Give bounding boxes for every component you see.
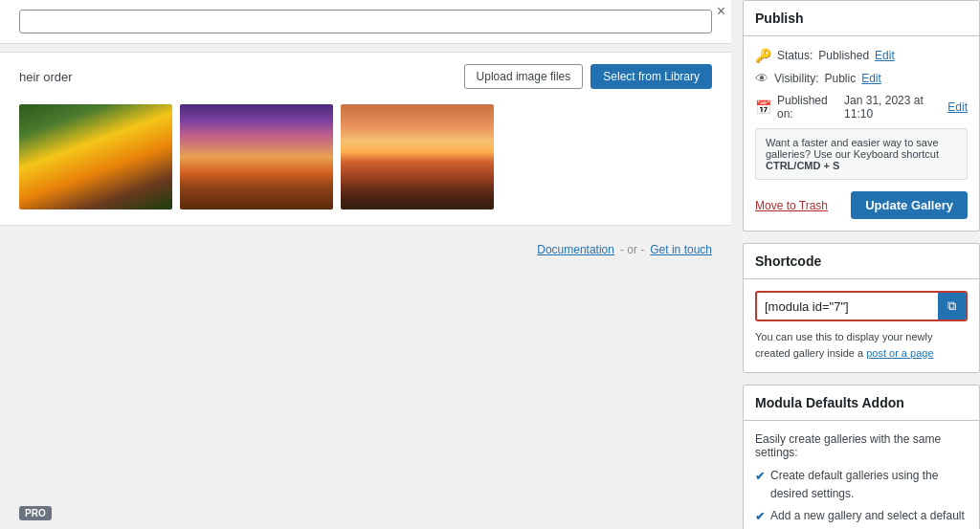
shortcode-input-row: ⧉ [755,291,968,321]
shortcode-panel-body: ⧉ You can use this to display your newly… [744,279,979,372]
check-icon-1: ✔ [755,468,765,486]
image-sunset1 [180,104,333,209]
shortcode-copy-button[interactable]: ⧉ [938,293,966,320]
image-sunset2 [341,104,494,209]
page-layout: × heir order Upload image files Select f… [0,0,980,529]
defaults-item-text-1: Create default galleries using the desir… [770,467,968,503]
image-flowers [19,104,172,209]
visibility-edit-link[interactable]: Edit [861,72,881,85]
documentation-link[interactable]: Documentation [537,243,614,256]
gallery-image-item[interactable] [180,104,333,209]
published-label: Published on: [777,94,838,121]
gallery-section: heir order Upload image files Select fro… [0,52,731,226]
footer-separator: - or - [620,243,644,256]
gallery-header: heir order Upload image files Select fro… [19,64,712,89]
gallery-image-item[interactable] [341,104,494,209]
status-value: Published [818,49,869,62]
shortcode-input[interactable] [757,294,938,320]
post-or-page-link[interactable]: post or a page [866,347,933,359]
shortcode-panel-title: Shortcode [744,244,979,279]
visibility-value: Public [824,72,856,85]
keyboard-tip: Want a faster and easier way to save gal… [755,128,968,180]
close-button[interactable]: × [717,4,725,19]
visibility-row: 👁 Visibility: Public Edit [755,71,968,86]
publish-panel: Publish 🔑 Status: Published Edit 👁 Visib… [743,0,980,231]
top-bar [0,0,731,44]
gallery-images [19,100,712,213]
status-edit-link[interactable]: Edit [875,49,895,62]
bottom-links: Documentation - or - Get in touch [0,233,731,266]
pro-badge: PRO [19,506,52,520]
defaults-item: ✔ Add a new gallery and select a default… [755,507,968,529]
published-row: 📅 Published on: Jan 31, 2023 at 11:10 Ed… [755,94,968,121]
visibility-label: Visibility: [774,72,818,85]
get-in-touch-link[interactable]: Get in touch [650,243,712,256]
upload-image-button[interactable]: Upload image files [464,64,584,89]
check-icon-2: ✔ [755,508,765,526]
publish-panel-title: Publish [744,1,979,36]
move-to-trash-button[interactable]: Move to Trash [755,199,828,212]
defaults-panel-title: Modula Defaults Addon [744,386,979,421]
defaults-intro: Easily create galleries with the same se… [755,432,968,459]
lock-icon: 🔑 [755,48,771,63]
status-label: Status: [777,49,813,62]
select-library-button[interactable]: Select from Library [590,64,712,89]
published-edit-link[interactable]: Edit [947,100,968,114]
publish-actions: Move to Trash Update Gallery [755,191,968,219]
defaults-item-text-2: Add a new gallery and select a default p… [770,507,968,529]
defaults-panel: Modula Defaults Addon Easily create gall… [743,385,980,529]
shortcode-panel: Shortcode ⧉ You can use this to display … [743,243,980,373]
status-row: 🔑 Status: Published Edit [755,48,968,63]
copy-icon: ⧉ [947,298,956,314]
sidebar: Publish 🔑 Status: Published Edit 👁 Visib… [731,0,980,529]
update-gallery-button[interactable]: Update Gallery [851,191,968,219]
gallery-buttons: Upload image files Select from Library [464,64,712,89]
publish-panel-body: 🔑 Status: Published Edit 👁 Visibility: P… [744,36,979,231]
defaults-panel-body: Easily create galleries with the same se… [744,421,979,529]
main-content: × heir order Upload image files Select f… [0,0,731,529]
published-date: Jan 31, 2023 at 11:10 [844,94,942,121]
defaults-item: ✔ Create default galleries using the des… [755,467,968,503]
keyboard-tip-text: Want a faster and easier way to save gal… [766,137,939,160]
shortcode-hint: You can use this to display your newly c… [755,329,968,361]
eye-icon: 👁 [755,71,768,86]
gallery-image-item[interactable] [19,104,172,209]
gallery-order-label: heir order [19,70,73,84]
keyboard-shortcut: CTRL/CMD + S [766,160,839,171]
title-input[interactable] [19,10,712,33]
calendar-icon: 📅 [755,99,771,115]
pro-badge-area: PRO [19,505,52,519]
defaults-list: ✔ Create default galleries using the des… [755,467,968,529]
